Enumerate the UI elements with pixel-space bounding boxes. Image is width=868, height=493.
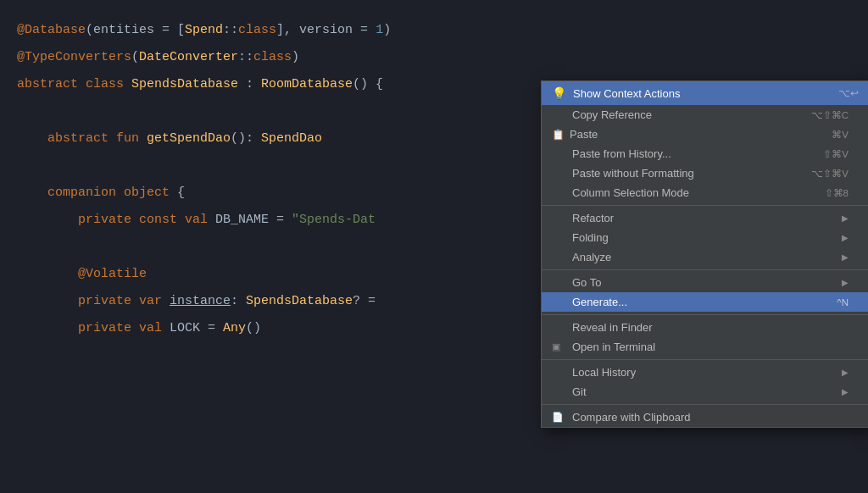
menu-section-finder: Reveal in Finder ▣ Open in Terminal bbox=[542, 318, 868, 357]
copy-reference-item[interactable]: Copy Reference ⌥⇧⌘C bbox=[542, 105, 868, 125]
separator-4 bbox=[542, 359, 868, 360]
reveal-in-finder-item[interactable]: Reveal in Finder bbox=[542, 318, 868, 337]
refactor-label: Refactor bbox=[572, 212, 614, 224]
separator-5 bbox=[542, 404, 868, 405]
menu-section-refactor: Refactor ▶ Folding ▶ Analyze ▶ bbox=[542, 208, 868, 267]
separator-3 bbox=[542, 314, 868, 315]
paste-from-history-label: Paste from History... bbox=[572, 147, 671, 160]
paste-shortcut: ⌘V bbox=[832, 129, 849, 141]
context-menu-header[interactable]: 💡 Show Context Actions ⌥↩ bbox=[542, 81, 868, 105]
column-selection-label: Column Selection Mode bbox=[572, 186, 689, 199]
separator-2 bbox=[542, 269, 868, 270]
context-menu: 💡 Show Context Actions ⌥↩ Copy Reference… bbox=[541, 80, 868, 428]
goto-arrow: ▶ bbox=[842, 278, 849, 287]
paste-from-history-shortcut: ⇧⌘V bbox=[823, 148, 849, 160]
analyze-label: Analyze bbox=[572, 251, 611, 263]
code-line-1: @Database(entities = [Spend::class], ver… bbox=[17, 17, 868, 44]
git-item[interactable]: Git ▶ bbox=[542, 382, 868, 402]
git-arrow: ▶ bbox=[842, 387, 849, 396]
menu-section-vcs: Local History ▶ Git ▶ bbox=[542, 363, 868, 402]
copy-reference-label: Copy Reference bbox=[572, 108, 652, 121]
code-editor: @Database(entities = [Spend::class], ver… bbox=[0, 0, 868, 493]
open-in-terminal-item[interactable]: ▣ Open in Terminal bbox=[542, 337, 868, 357]
paste-without-formatting-label: Paste without Formatting bbox=[572, 167, 694, 180]
analyze-item[interactable]: Analyze ▶ bbox=[542, 247, 868, 267]
refactor-arrow: ▶ bbox=[842, 213, 849, 223]
compare-with-clipboard-label: Compare with Clipboard bbox=[572, 411, 690, 424]
paste-label: Paste bbox=[570, 128, 598, 141]
goto-label: Go To bbox=[572, 276, 601, 289]
column-selection-shortcut: ⇧⌘8 bbox=[825, 187, 849, 199]
code-line-2: @TypeConverters(DateConverter::class) bbox=[17, 44, 868, 71]
column-selection-item[interactable]: Column Selection Mode ⇧⌘8 bbox=[542, 183, 868, 202]
git-label: Git bbox=[572, 385, 587, 398]
show-context-actions-shortcut: ⌥↩ bbox=[838, 87, 859, 99]
folding-label: Folding bbox=[572, 231, 609, 244]
menu-section-compare: 📄 Compare with Clipboard bbox=[542, 407, 868, 427]
reveal-in-finder-label: Reveal in Finder bbox=[572, 321, 653, 334]
generate-label: Generate... bbox=[572, 296, 627, 308]
menu-section-goto: Go To ▶ Generate... ^N bbox=[542, 273, 868, 312]
paste-item[interactable]: 📋 Paste ⌘V bbox=[542, 125, 868, 144]
folding-arrow: ▶ bbox=[842, 233, 849, 242]
refactor-item[interactable]: Refactor ▶ bbox=[542, 208, 868, 228]
annotation-database: @Database bbox=[17, 23, 86, 37]
local-history-label: Local History bbox=[572, 366, 636, 379]
analyze-arrow: ▶ bbox=[842, 252, 849, 262]
paste-without-formatting-shortcut: ⌥⇧⌘V bbox=[811, 168, 849, 180]
paste-from-history-item[interactable]: Paste from History... ⇧⌘V bbox=[542, 144, 868, 163]
generate-item[interactable]: Generate... ^N bbox=[542, 292, 868, 312]
separator-1 bbox=[542, 205, 868, 206]
paste-without-formatting-item[interactable]: Paste without Formatting ⌥⇧⌘V bbox=[542, 163, 868, 183]
folding-item[interactable]: Folding ▶ bbox=[542, 228, 868, 247]
paste-icon: 📋 bbox=[552, 129, 565, 141]
compare-with-clipboard-item[interactable]: 📄 Compare with Clipboard bbox=[542, 407, 868, 427]
menu-section-paste: Copy Reference ⌥⇧⌘C 📋 Paste ⌘V Paste fro… bbox=[542, 105, 868, 202]
local-history-item[interactable]: Local History ▶ bbox=[542, 363, 868, 382]
goto-item[interactable]: Go To ▶ bbox=[542, 273, 868, 292]
bulb-icon: 💡 bbox=[552, 86, 566, 100]
copy-reference-shortcut: ⌥⇧⌘C bbox=[811, 109, 849, 121]
show-context-actions-label: Show Context Actions bbox=[573, 87, 680, 100]
generate-shortcut: ^N bbox=[837, 297, 849, 307]
open-in-terminal-label: Open in Terminal bbox=[572, 341, 655, 353]
local-history-arrow: ▶ bbox=[842, 368, 849, 377]
terminal-icon: ▣ bbox=[552, 341, 567, 352]
compare-icon: 📄 bbox=[552, 412, 567, 423]
